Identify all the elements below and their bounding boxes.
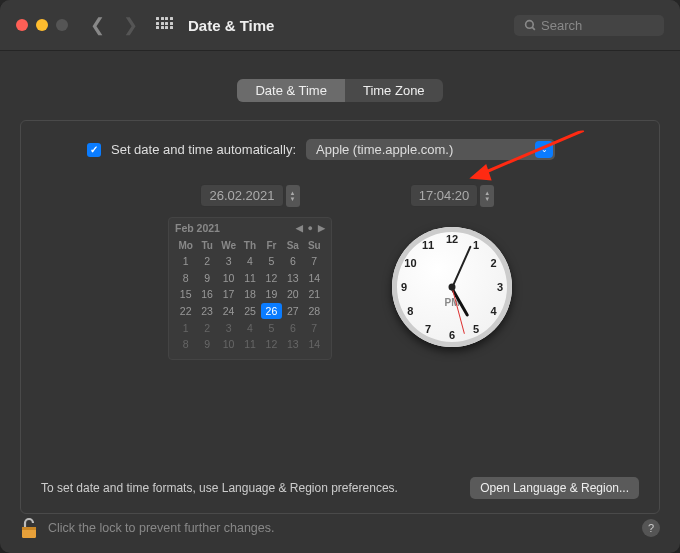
cal-day[interactable]: 26 — [261, 303, 282, 320]
back-button[interactable]: ❮ — [90, 14, 105, 36]
cal-day[interactable]: 12 — [261, 270, 282, 287]
help-button[interactable]: ? — [642, 519, 660, 537]
cal-day[interactable]: 9 — [196, 270, 217, 287]
cal-day[interactable]: 8 — [175, 270, 196, 287]
clock-number: 4 — [491, 305, 497, 317]
date-stepper[interactable]: ▲▼ — [286, 185, 300, 207]
time-column: 17:04:20 ▲▼ PM 121234567891011 — [392, 184, 512, 360]
clock-number: 1 — [473, 239, 479, 251]
cal-day[interactable]: 11 — [239, 270, 260, 287]
tab-time-zone[interactable]: Time Zone — [345, 79, 443, 102]
annotation-arrow — [464, 129, 598, 190]
cal-day[interactable]: 19 — [261, 286, 282, 303]
calendar[interactable]: Feb 2021 ◀ ● ▶ MoTuWeThFrSaSu 1234567891… — [168, 217, 332, 360]
cal-weekday: We — [218, 238, 239, 253]
cal-day[interactable]: 14 — [304, 270, 325, 287]
svg-point-0 — [526, 20, 534, 28]
cal-weekday: Su — [304, 238, 325, 253]
cal-day[interactable]: 1 — [175, 253, 196, 270]
cal-weekday: Tu — [196, 238, 217, 253]
lock-row: Click the lock to prevent further change… — [20, 517, 660, 539]
zoom-window-button[interactable] — [56, 19, 68, 31]
preferences-window: ❮ ❯ Date & Time Search Date & Time Time … — [0, 0, 680, 553]
cal-weekday: Th — [239, 238, 260, 253]
cal-day[interactable]: 8 — [175, 336, 196, 353]
minute-hand — [451, 246, 472, 289]
cal-day[interactable]: 10 — [218, 270, 239, 287]
svg-rect-5 — [22, 527, 36, 530]
clock-number: 3 — [497, 281, 503, 293]
cal-day[interactable]: 14 — [304, 336, 325, 353]
cal-day[interactable]: 7 — [304, 319, 325, 336]
forward-button[interactable]: ❯ — [123, 14, 138, 36]
svg-line-2 — [474, 130, 587, 175]
cal-day[interactable]: 6 — [282, 253, 303, 270]
cal-day[interactable]: 17 — [218, 286, 239, 303]
auto-label: Set date and time automatically: — [111, 142, 296, 157]
cal-day[interactable]: 28 — [304, 303, 325, 320]
close-window-button[interactable] — [16, 19, 28, 31]
time-server-value: Apple (time.apple.com.) — [316, 142, 453, 157]
cal-day[interactable]: 13 — [282, 336, 303, 353]
cal-day[interactable]: 22 — [175, 303, 196, 320]
cal-day[interactable]: 20 — [282, 286, 303, 303]
cal-weekday: Fr — [261, 238, 282, 253]
format-hint: To set date and time formats, use Langua… — [41, 481, 398, 495]
cal-day[interactable]: 4 — [239, 319, 260, 336]
search-input[interactable]: Search — [514, 15, 664, 36]
svg-line-1 — [532, 27, 535, 30]
clock-number: 7 — [425, 323, 431, 335]
open-language-region-button[interactable]: Open Language & Region... — [470, 477, 639, 499]
cal-day[interactable]: 12 — [261, 336, 282, 353]
cal-day[interactable]: 15 — [175, 286, 196, 303]
clock-number: 8 — [407, 305, 413, 317]
analog-clock: PM 121234567891011 — [392, 227, 512, 347]
cal-day[interactable]: 3 — [218, 319, 239, 336]
lock-text: Click the lock to prevent further change… — [48, 521, 275, 535]
cal-day[interactable]: 2 — [196, 319, 217, 336]
cal-day[interactable]: 13 — [282, 270, 303, 287]
cal-day[interactable]: 10 — [218, 336, 239, 353]
cal-day[interactable]: 4 — [239, 253, 260, 270]
clock-number: 5 — [473, 323, 479, 335]
cal-day[interactable]: 9 — [196, 336, 217, 353]
cal-day[interactable]: 7 — [304, 253, 325, 270]
tab-date-time[interactable]: Date & Time — [237, 79, 345, 102]
lock-open-icon[interactable] — [20, 517, 38, 539]
cal-day[interactable]: 6 — [282, 319, 303, 336]
tab-segment: Date & Time Time Zone — [237, 79, 442, 102]
cal-today-icon[interactable]: ● — [308, 223, 313, 233]
cal-day[interactable]: 24 — [218, 303, 239, 320]
calendar-grid: MoTuWeThFrSaSu 1234567891011121314151617… — [175, 238, 325, 353]
clock-number: 9 — [401, 281, 407, 293]
cal-day[interactable]: 27 — [282, 303, 303, 320]
cal-day[interactable]: 3 — [218, 253, 239, 270]
clock-number: 2 — [491, 257, 497, 269]
cal-day[interactable]: 5 — [261, 253, 282, 270]
titlebar: ❮ ❯ Date & Time Search — [0, 0, 680, 51]
show-all-icon[interactable] — [156, 17, 172, 33]
cal-day[interactable]: 1 — [175, 319, 196, 336]
cal-day[interactable]: 2 — [196, 253, 217, 270]
cal-day[interactable]: 21 — [304, 286, 325, 303]
clock-number: 12 — [446, 233, 458, 245]
clock-number: 6 — [449, 329, 455, 341]
cal-next-icon[interactable]: ▶ — [318, 223, 325, 233]
cal-prev-icon[interactable]: ◀ — [296, 223, 303, 233]
svg-marker-3 — [468, 164, 491, 183]
datetime-panel: ✓ Set date and time automatically: Apple… — [20, 120, 660, 514]
calendar-month-label: Feb 2021 — [175, 222, 220, 234]
date-column: 26.02.2021 ▲▼ Feb 2021 ◀ ● ▶ — [168, 184, 332, 360]
minimize-window-button[interactable] — [36, 19, 48, 31]
cal-day[interactable]: 5 — [261, 319, 282, 336]
auto-checkbox[interactable]: ✓ — [87, 143, 101, 157]
date-field[interactable]: 26.02.2021 — [200, 184, 283, 207]
cal-day[interactable]: 11 — [239, 336, 260, 353]
cal-day[interactable]: 16 — [196, 286, 217, 303]
clock-number: 10 — [404, 257, 416, 269]
search-icon — [524, 19, 537, 32]
cal-day[interactable]: 18 — [239, 286, 260, 303]
cal-day[interactable]: 25 — [239, 303, 260, 320]
window-controls — [16, 19, 68, 31]
cal-day[interactable]: 23 — [196, 303, 217, 320]
